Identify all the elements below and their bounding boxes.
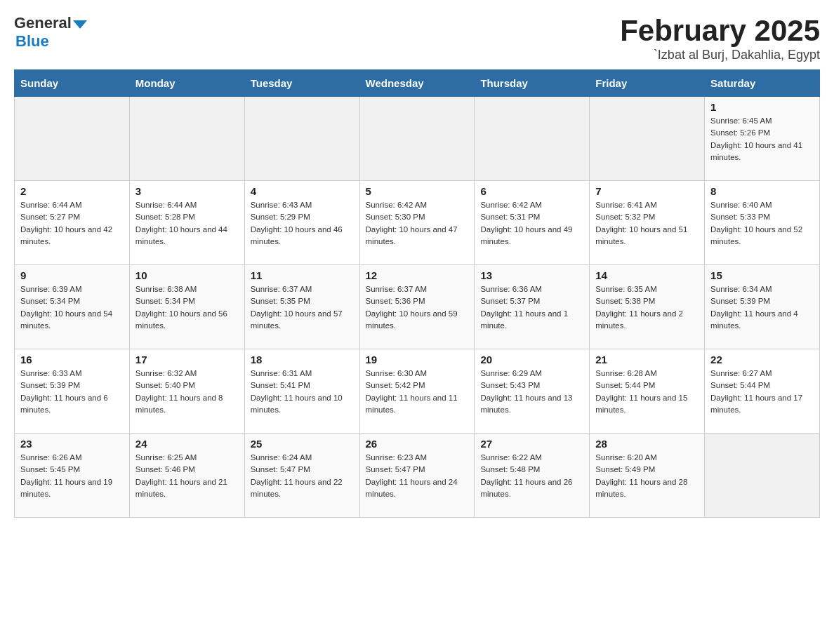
calendar-cell: 18Sunrise: 6:31 AM Sunset: 5:41 PM Dayli… <box>244 349 359 434</box>
calendar-cell: 13Sunrise: 6:36 AM Sunset: 5:37 PM Dayli… <box>475 265 590 349</box>
logo-general-text: General <box>14 14 72 32</box>
calendar-cell: 14Sunrise: 6:35 AM Sunset: 5:38 PM Dayli… <box>590 265 705 349</box>
calendar-cell <box>15 97 130 181</box>
day-info: Sunrise: 6:36 AM Sunset: 5:37 PM Dayligh… <box>480 283 583 332</box>
calendar-cell <box>705 434 820 518</box>
calendar-cell: 5Sunrise: 6:42 AM Sunset: 5:30 PM Daylig… <box>359 181 475 265</box>
page-header: General Blue February 2025 `Izbat al Bur… <box>14 14 820 62</box>
day-info: Sunrise: 6:42 AM Sunset: 5:30 PM Dayligh… <box>366 199 469 248</box>
calendar-table: SundayMondayTuesdayWednesdayThursdayFrid… <box>14 69 820 518</box>
day-info: Sunrise: 6:37 AM Sunset: 5:36 PM Dayligh… <box>366 283 469 332</box>
calendar-cell: 12Sunrise: 6:37 AM Sunset: 5:36 PM Dayli… <box>359 265 475 349</box>
logo: General Blue <box>14 14 87 51</box>
column-header-sunday: Sunday <box>15 70 130 97</box>
location-title: `Izbat al Burj, Dakahlia, Egypt <box>620 48 820 62</box>
column-header-thursday: Thursday <box>475 70 590 97</box>
calendar-cell: 17Sunrise: 6:32 AM Sunset: 5:40 PM Dayli… <box>129 349 244 434</box>
day-info: Sunrise: 6:24 AM Sunset: 5:47 PM Dayligh… <box>251 452 354 500</box>
calendar-cell <box>129 97 244 181</box>
day-number: 25 <box>251 438 354 450</box>
day-info: Sunrise: 6:41 AM Sunset: 5:32 PM Dayligh… <box>595 199 699 248</box>
day-number: 15 <box>710 269 814 281</box>
day-info: Sunrise: 6:25 AM Sunset: 5:46 PM Dayligh… <box>135 452 239 500</box>
day-info: Sunrise: 6:40 AM Sunset: 5:33 PM Dayligh… <box>710 199 814 248</box>
day-number: 3 <box>135 185 239 197</box>
calendar-cell <box>359 97 475 181</box>
day-info: Sunrise: 6:20 AM Sunset: 5:49 PM Dayligh… <box>595 452 699 500</box>
calendar-cell: 20Sunrise: 6:29 AM Sunset: 5:43 PM Dayli… <box>475 349 590 434</box>
calendar-cell: 8Sunrise: 6:40 AM Sunset: 5:33 PM Daylig… <box>705 181 820 265</box>
day-number: 19 <box>366 354 469 365</box>
calendar-cell <box>244 97 359 181</box>
column-header-wednesday: Wednesday <box>359 70 475 97</box>
day-info: Sunrise: 6:30 AM Sunset: 5:42 PM Dayligh… <box>366 368 469 416</box>
day-number: 1 <box>710 101 814 113</box>
calendar-cell: 6Sunrise: 6:42 AM Sunset: 5:31 PM Daylig… <box>475 181 590 265</box>
day-info: Sunrise: 6:44 AM Sunset: 5:27 PM Dayligh… <box>20 199 124 248</box>
day-number: 14 <box>595 269 699 281</box>
calendar-cell: 27Sunrise: 6:22 AM Sunset: 5:48 PM Dayli… <box>475 434 590 518</box>
logo-arrow-icon <box>73 20 87 29</box>
calendar-cell: 16Sunrise: 6:33 AM Sunset: 5:39 PM Dayli… <box>15 349 130 434</box>
calendar-cell: 3Sunrise: 6:44 AM Sunset: 5:28 PM Daylig… <box>129 181 244 265</box>
calendar-cell <box>475 97 590 181</box>
day-number: 21 <box>595 354 699 365</box>
day-number: 27 <box>480 438 583 450</box>
day-info: Sunrise: 6:23 AM Sunset: 5:47 PM Dayligh… <box>366 452 469 500</box>
day-info: Sunrise: 6:31 AM Sunset: 5:41 PM Dayligh… <box>251 368 354 416</box>
day-number: 17 <box>135 354 239 365</box>
calendar-header-row: SundayMondayTuesdayWednesdayThursdayFrid… <box>15 70 820 97</box>
calendar-cell: 26Sunrise: 6:23 AM Sunset: 5:47 PM Dayli… <box>359 434 475 518</box>
calendar-week-row: 2Sunrise: 6:44 AM Sunset: 5:27 PM Daylig… <box>15 181 820 265</box>
calendar-week-row: 23Sunrise: 6:26 AM Sunset: 5:45 PM Dayli… <box>15 434 820 518</box>
day-info: Sunrise: 6:42 AM Sunset: 5:31 PM Dayligh… <box>480 199 583 248</box>
calendar-cell: 4Sunrise: 6:43 AM Sunset: 5:29 PM Daylig… <box>244 181 359 265</box>
day-info: Sunrise: 6:22 AM Sunset: 5:48 PM Dayligh… <box>480 452 583 500</box>
day-info: Sunrise: 6:32 AM Sunset: 5:40 PM Dayligh… <box>135 368 239 416</box>
column-header-friday: Friday <box>590 70 705 97</box>
day-number: 16 <box>20 354 124 365</box>
title-block: February 2025 `Izbat al Burj, Dakahlia, … <box>620 14 820 62</box>
calendar-cell: 11Sunrise: 6:37 AM Sunset: 5:35 PM Dayli… <box>244 265 359 349</box>
calendar-cell: 24Sunrise: 6:25 AM Sunset: 5:46 PM Dayli… <box>129 434 244 518</box>
calendar-cell: 10Sunrise: 6:38 AM Sunset: 5:34 PM Dayli… <box>129 265 244 349</box>
day-number: 5 <box>366 185 469 197</box>
day-number: 18 <box>251 354 354 365</box>
day-info: Sunrise: 6:44 AM Sunset: 5:28 PM Dayligh… <box>135 199 239 248</box>
calendar-week-row: 9Sunrise: 6:39 AM Sunset: 5:34 PM Daylig… <box>15 265 820 349</box>
column-header-saturday: Saturday <box>705 70 820 97</box>
day-info: Sunrise: 6:27 AM Sunset: 5:44 PM Dayligh… <box>710 368 814 416</box>
calendar-cell <box>590 97 705 181</box>
day-info: Sunrise: 6:39 AM Sunset: 5:34 PM Dayligh… <box>20 283 124 332</box>
calendar-cell: 9Sunrise: 6:39 AM Sunset: 5:34 PM Daylig… <box>15 265 130 349</box>
calendar-cell: 28Sunrise: 6:20 AM Sunset: 5:49 PM Dayli… <box>590 434 705 518</box>
calendar-cell: 25Sunrise: 6:24 AM Sunset: 5:47 PM Dayli… <box>244 434 359 518</box>
day-number: 6 <box>480 185 583 197</box>
day-info: Sunrise: 6:28 AM Sunset: 5:44 PM Dayligh… <box>595 368 699 416</box>
logo-blue-text: Blue <box>15 32 49 51</box>
calendar-cell: 21Sunrise: 6:28 AM Sunset: 5:44 PM Dayli… <box>590 349 705 434</box>
calendar-cell: 1Sunrise: 6:45 AM Sunset: 5:26 PM Daylig… <box>705 97 820 181</box>
day-number: 20 <box>480 354 583 365</box>
column-header-tuesday: Tuesday <box>244 70 359 97</box>
calendar-week-row: 16Sunrise: 6:33 AM Sunset: 5:39 PM Dayli… <box>15 349 820 434</box>
day-number: 24 <box>135 438 239 450</box>
day-info: Sunrise: 6:33 AM Sunset: 5:39 PM Dayligh… <box>20 368 124 416</box>
calendar-week-row: 1Sunrise: 6:45 AM Sunset: 5:26 PM Daylig… <box>15 97 820 181</box>
day-number: 11 <box>251 269 354 281</box>
day-number: 12 <box>366 269 469 281</box>
calendar-cell: 15Sunrise: 6:34 AM Sunset: 5:39 PM Dayli… <box>705 265 820 349</box>
day-info: Sunrise: 6:45 AM Sunset: 5:26 PM Dayligh… <box>710 115 814 163</box>
calendar-cell: 22Sunrise: 6:27 AM Sunset: 5:44 PM Dayli… <box>705 349 820 434</box>
day-number: 2 <box>20 185 124 197</box>
day-number: 8 <box>710 185 814 197</box>
calendar-cell: 7Sunrise: 6:41 AM Sunset: 5:32 PM Daylig… <box>590 181 705 265</box>
day-info: Sunrise: 6:26 AM Sunset: 5:45 PM Dayligh… <box>20 452 124 500</box>
day-number: 7 <box>595 185 699 197</box>
day-info: Sunrise: 6:34 AM Sunset: 5:39 PM Dayligh… <box>710 283 814 332</box>
day-number: 22 <box>710 354 814 365</box>
calendar-cell: 23Sunrise: 6:26 AM Sunset: 5:45 PM Dayli… <box>15 434 130 518</box>
day-number: 28 <box>595 438 699 450</box>
day-number: 23 <box>20 438 124 450</box>
day-number: 4 <box>251 185 354 197</box>
